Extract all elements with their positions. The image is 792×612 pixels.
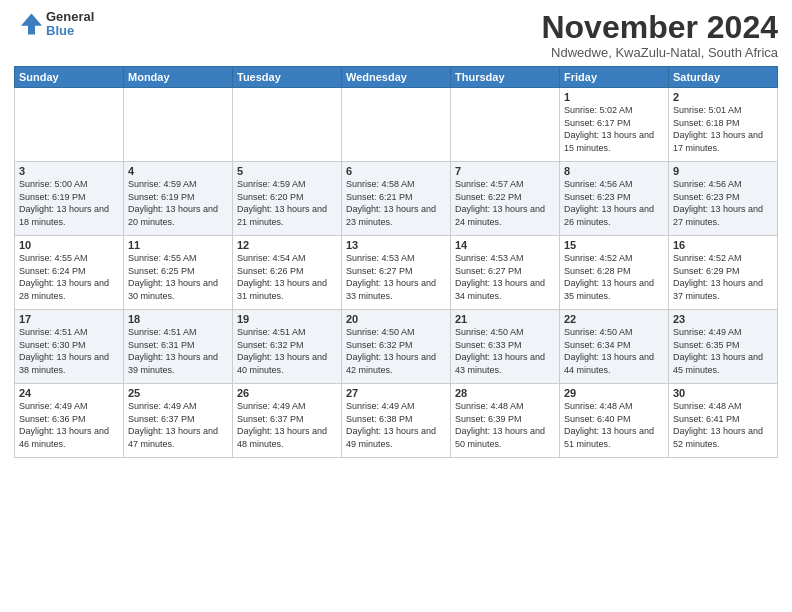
calendar-cell: 11Sunrise: 4:55 AM Sunset: 6:25 PM Dayli…	[124, 236, 233, 310]
col-monday: Monday	[124, 67, 233, 88]
day-number: 3	[19, 165, 119, 177]
calendar-cell: 13Sunrise: 4:53 AM Sunset: 6:27 PM Dayli…	[342, 236, 451, 310]
day-number: 27	[346, 387, 446, 399]
calendar-week-4: 24Sunrise: 4:49 AM Sunset: 6:36 PM Dayli…	[15, 384, 778, 458]
day-number: 15	[564, 239, 664, 251]
day-info: Sunrise: 4:58 AM Sunset: 6:21 PM Dayligh…	[346, 178, 446, 228]
day-info: Sunrise: 4:49 AM Sunset: 6:37 PM Dayligh…	[237, 400, 337, 450]
day-info: Sunrise: 4:48 AM Sunset: 6:40 PM Dayligh…	[564, 400, 664, 450]
day-number: 9	[673, 165, 773, 177]
day-info: Sunrise: 4:48 AM Sunset: 6:41 PM Dayligh…	[673, 400, 773, 450]
calendar-cell: 6Sunrise: 4:58 AM Sunset: 6:21 PM Daylig…	[342, 162, 451, 236]
day-number: 20	[346, 313, 446, 325]
day-number: 26	[237, 387, 337, 399]
calendar-cell: 18Sunrise: 4:51 AM Sunset: 6:31 PM Dayli…	[124, 310, 233, 384]
day-number: 12	[237, 239, 337, 251]
calendar-cell: 25Sunrise: 4:49 AM Sunset: 6:37 PM Dayli…	[124, 384, 233, 458]
day-info: Sunrise: 4:52 AM Sunset: 6:28 PM Dayligh…	[564, 252, 664, 302]
day-info: Sunrise: 4:57 AM Sunset: 6:22 PM Dayligh…	[455, 178, 555, 228]
calendar-cell: 5Sunrise: 4:59 AM Sunset: 6:20 PM Daylig…	[233, 162, 342, 236]
header: General Blue November 2024 Ndwedwe, KwaZ…	[14, 10, 778, 60]
day-number: 18	[128, 313, 228, 325]
day-info: Sunrise: 4:50 AM Sunset: 6:32 PM Dayligh…	[346, 326, 446, 376]
calendar-week-1: 3Sunrise: 5:00 AM Sunset: 6:19 PM Daylig…	[15, 162, 778, 236]
col-friday: Friday	[560, 67, 669, 88]
day-number: 1	[564, 91, 664, 103]
day-number: 11	[128, 239, 228, 251]
day-info: Sunrise: 4:51 AM Sunset: 6:30 PM Dayligh…	[19, 326, 119, 376]
day-number: 29	[564, 387, 664, 399]
day-number: 2	[673, 91, 773, 103]
day-number: 28	[455, 387, 555, 399]
logo-blue: Blue	[46, 24, 94, 38]
day-info: Sunrise: 4:56 AM Sunset: 6:23 PM Dayligh…	[564, 178, 664, 228]
day-info: Sunrise: 4:52 AM Sunset: 6:29 PM Dayligh…	[673, 252, 773, 302]
day-info: Sunrise: 4:55 AM Sunset: 6:25 PM Dayligh…	[128, 252, 228, 302]
day-info: Sunrise: 4:53 AM Sunset: 6:27 PM Dayligh…	[455, 252, 555, 302]
calendar-cell: 7Sunrise: 4:57 AM Sunset: 6:22 PM Daylig…	[451, 162, 560, 236]
day-info: Sunrise: 4:56 AM Sunset: 6:23 PM Dayligh…	[673, 178, 773, 228]
calendar-cell	[342, 88, 451, 162]
day-info: Sunrise: 4:51 AM Sunset: 6:32 PM Dayligh…	[237, 326, 337, 376]
calendar-cell	[124, 88, 233, 162]
col-wednesday: Wednesday	[342, 67, 451, 88]
day-info: Sunrise: 4:59 AM Sunset: 6:19 PM Dayligh…	[128, 178, 228, 228]
calendar-cell: 3Sunrise: 5:00 AM Sunset: 6:19 PM Daylig…	[15, 162, 124, 236]
calendar-cell	[451, 88, 560, 162]
calendar-cell: 22Sunrise: 4:50 AM Sunset: 6:34 PM Dayli…	[560, 310, 669, 384]
calendar-cell: 29Sunrise: 4:48 AM Sunset: 6:40 PM Dayli…	[560, 384, 669, 458]
calendar-table: Sunday Monday Tuesday Wednesday Thursday…	[14, 66, 778, 458]
day-number: 13	[346, 239, 446, 251]
calendar-cell: 8Sunrise: 4:56 AM Sunset: 6:23 PM Daylig…	[560, 162, 669, 236]
calendar-cell: 21Sunrise: 4:50 AM Sunset: 6:33 PM Dayli…	[451, 310, 560, 384]
day-number: 21	[455, 313, 555, 325]
day-number: 4	[128, 165, 228, 177]
col-tuesday: Tuesday	[233, 67, 342, 88]
day-number: 5	[237, 165, 337, 177]
calendar-cell: 1Sunrise: 5:02 AM Sunset: 6:17 PM Daylig…	[560, 88, 669, 162]
day-number: 6	[346, 165, 446, 177]
calendar-cell: 23Sunrise: 4:49 AM Sunset: 6:35 PM Dayli…	[669, 310, 778, 384]
calendar-cell: 26Sunrise: 4:49 AM Sunset: 6:37 PM Dayli…	[233, 384, 342, 458]
page: General Blue November 2024 Ndwedwe, KwaZ…	[0, 0, 792, 612]
calendar-cell: 28Sunrise: 4:48 AM Sunset: 6:39 PM Dayli…	[451, 384, 560, 458]
calendar-cell: 16Sunrise: 4:52 AM Sunset: 6:29 PM Dayli…	[669, 236, 778, 310]
header-row: Sunday Monday Tuesday Wednesday Thursday…	[15, 67, 778, 88]
col-saturday: Saturday	[669, 67, 778, 88]
month-title: November 2024	[541, 10, 778, 45]
logo: General Blue	[14, 10, 94, 39]
svg-marker-0	[21, 14, 42, 35]
calendar-cell: 17Sunrise: 4:51 AM Sunset: 6:30 PM Dayli…	[15, 310, 124, 384]
day-number: 10	[19, 239, 119, 251]
day-number: 19	[237, 313, 337, 325]
day-info: Sunrise: 4:50 AM Sunset: 6:34 PM Dayligh…	[564, 326, 664, 376]
day-info: Sunrise: 5:00 AM Sunset: 6:19 PM Dayligh…	[19, 178, 119, 228]
day-number: 30	[673, 387, 773, 399]
calendar-cell: 27Sunrise: 4:49 AM Sunset: 6:38 PM Dayli…	[342, 384, 451, 458]
day-number: 24	[19, 387, 119, 399]
day-info: Sunrise: 4:49 AM Sunset: 6:36 PM Dayligh…	[19, 400, 119, 450]
col-sunday: Sunday	[15, 67, 124, 88]
calendar-cell: 15Sunrise: 4:52 AM Sunset: 6:28 PM Dayli…	[560, 236, 669, 310]
logo-icon	[14, 10, 42, 38]
day-info: Sunrise: 4:53 AM Sunset: 6:27 PM Dayligh…	[346, 252, 446, 302]
day-number: 8	[564, 165, 664, 177]
calendar-cell: 14Sunrise: 4:53 AM Sunset: 6:27 PM Dayli…	[451, 236, 560, 310]
calendar-cell: 30Sunrise: 4:48 AM Sunset: 6:41 PM Dayli…	[669, 384, 778, 458]
day-number: 17	[19, 313, 119, 325]
calendar-cell	[15, 88, 124, 162]
calendar-cell: 24Sunrise: 4:49 AM Sunset: 6:36 PM Dayli…	[15, 384, 124, 458]
day-info: Sunrise: 5:02 AM Sunset: 6:17 PM Dayligh…	[564, 104, 664, 154]
logo-text: General Blue	[46, 10, 94, 39]
calendar-cell: 4Sunrise: 4:59 AM Sunset: 6:19 PM Daylig…	[124, 162, 233, 236]
logo-general: General	[46, 10, 94, 24]
location: Ndwedwe, KwaZulu-Natal, South Africa	[541, 45, 778, 60]
title-block: November 2024 Ndwedwe, KwaZulu-Natal, So…	[541, 10, 778, 60]
day-info: Sunrise: 4:51 AM Sunset: 6:31 PM Dayligh…	[128, 326, 228, 376]
day-info: Sunrise: 4:49 AM Sunset: 6:35 PM Dayligh…	[673, 326, 773, 376]
calendar-cell: 19Sunrise: 4:51 AM Sunset: 6:32 PM Dayli…	[233, 310, 342, 384]
calendar-cell: 2Sunrise: 5:01 AM Sunset: 6:18 PM Daylig…	[669, 88, 778, 162]
calendar-cell: 9Sunrise: 4:56 AM Sunset: 6:23 PM Daylig…	[669, 162, 778, 236]
day-info: Sunrise: 4:49 AM Sunset: 6:38 PM Dayligh…	[346, 400, 446, 450]
day-number: 22	[564, 313, 664, 325]
